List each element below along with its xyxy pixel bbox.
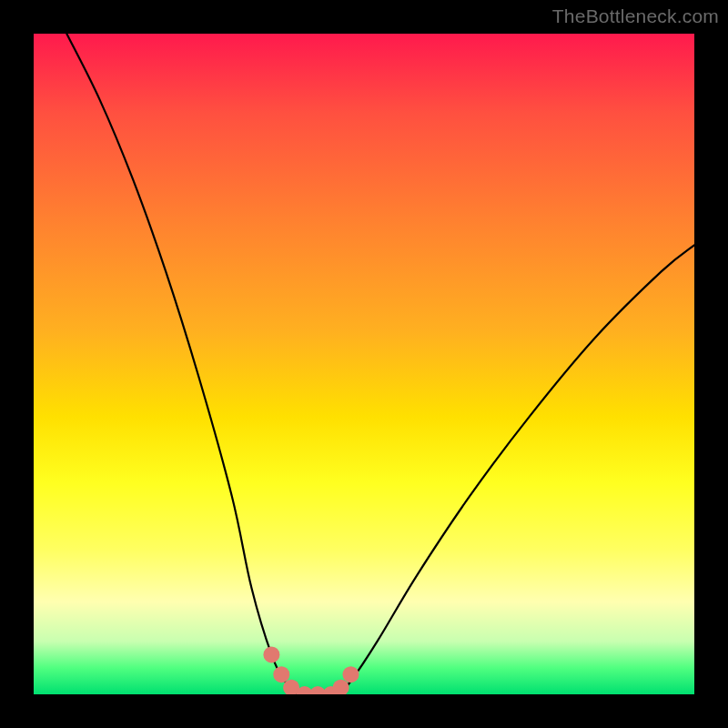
chart-frame: TheBottleneck.com — [0, 0, 728, 728]
highlight-dot — [263, 646, 279, 662]
highlight-dot — [343, 666, 359, 682]
bottleneck-curve-svg — [34, 34, 694, 694]
highlight-dot — [333, 680, 349, 694]
highlight-dots-group — [263, 646, 359, 694]
watermark-text: TheBottleneck.com — [552, 5, 719, 27]
highlight-dot — [273, 666, 289, 682]
bottleneck-curve-path — [66, 34, 694, 694]
plot-area — [34, 34, 694, 694]
